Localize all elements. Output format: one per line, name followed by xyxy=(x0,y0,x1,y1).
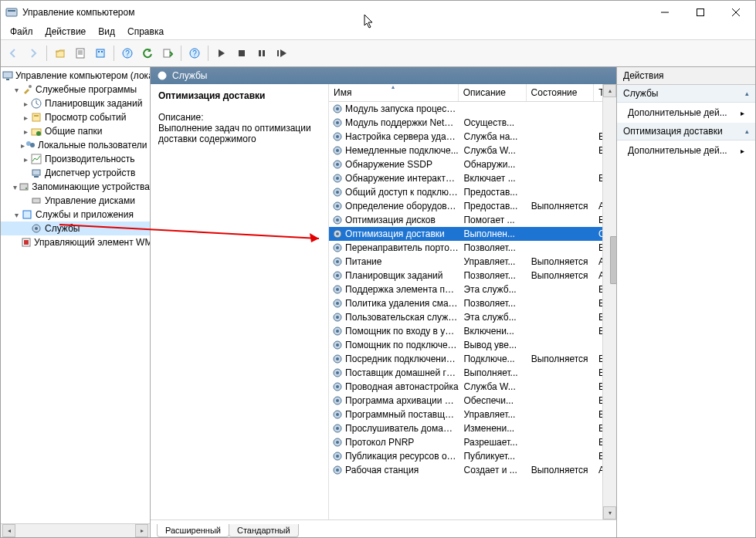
list-vscrollbar[interactable]: ▴ ▾ xyxy=(602,84,616,519)
svg-point-32 xyxy=(30,143,35,147)
col-state[interactable]: Состояние xyxy=(527,84,595,101)
menu-view[interactable]: Вид xyxy=(92,25,121,39)
menu-help[interactable]: Справка xyxy=(121,25,170,39)
tree-wmi-control[interactable]: Управляющий элемент WM xyxy=(1,235,150,249)
gear-icon xyxy=(331,422,343,435)
menu-action[interactable]: Действие xyxy=(39,25,93,39)
service-row[interactable]: Планировщик заданийПозволяет...Выполняет… xyxy=(329,269,616,283)
cell-desc: Обеспечи... xyxy=(463,395,531,406)
service-row[interactable]: Общий доступ к подключ...Предостав... xyxy=(329,185,616,199)
tb-help2-button[interactable]: ? xyxy=(185,44,204,63)
service-row[interactable]: ПитаниеУправляет...ВыполняетсяА xyxy=(329,255,616,269)
tree-system-tools[interactable]: ▾ Служебные программы xyxy=(1,83,150,96)
tree-device-manager[interactable]: Диспетчер устройств xyxy=(1,166,150,180)
gear-icon xyxy=(331,408,343,421)
cell-name: Проводная автонастройка xyxy=(345,381,463,392)
tree-event-viewer[interactable]: ▸ Просмотр событий xyxy=(1,110,150,124)
tree-performance[interactable]: ▸ Производительность xyxy=(1,152,150,166)
tb-refresh-button[interactable] xyxy=(138,44,157,63)
menu-file[interactable]: Файл xyxy=(4,25,39,39)
tree-storage[interactable]: ▾ Запоминающие устройства xyxy=(1,180,150,194)
gear-icon xyxy=(331,464,343,476)
service-row[interactable]: Перенаправитель портов ...Позволяет...Вр xyxy=(329,241,616,255)
svg-point-99 xyxy=(336,469,339,472)
service-row[interactable]: Пользовательская служба...Эта служб...Вр xyxy=(329,310,616,324)
tree-local-users[interactable]: ▸ Локальные пользователи и xyxy=(1,138,150,152)
service-row[interactable]: Помощник по входу в уче...Включени...Вр xyxy=(329,324,616,338)
service-row[interactable]: Программный поставщик...Управляет...Вр xyxy=(329,408,616,421)
tree-disk-mgmt[interactable]: Управление дисками xyxy=(1,194,150,208)
service-row[interactable]: Проводная автонастройкаСлужба W...Вр xyxy=(329,380,616,394)
tree-label: Планировщик заданий xyxy=(45,98,142,109)
tab-standard[interactable]: Стандартный xyxy=(229,524,299,537)
service-row[interactable]: Настройка сервера удален...Служба на...В… xyxy=(329,130,616,144)
tb-properties-button[interactable] xyxy=(71,44,90,63)
action-more-1[interactable]: Дополнительные дей...▸ xyxy=(617,103,755,123)
tb-pause-button[interactable] xyxy=(253,44,271,63)
tb-play-button[interactable] xyxy=(212,44,231,63)
svg-rect-39 xyxy=(23,211,31,218)
tb-forward-button[interactable] xyxy=(24,44,42,63)
svg-point-97 xyxy=(336,455,339,458)
tree-root[interactable]: Управление компьютером (локаль xyxy=(1,69,150,83)
service-row[interactable]: Обнаружение SSDPОбнаружи... xyxy=(329,157,616,171)
actions-pane: Действия Службы▴ Дополнительные дей...▸ … xyxy=(616,67,755,537)
nav-tree[interactable]: Управление компьютером (локаль ▾ Служебн… xyxy=(1,67,150,523)
tree-hscrollbar[interactable]: ◂ ▸ xyxy=(1,523,150,537)
service-row[interactable]: Определение оборудован...Предостав...Вып… xyxy=(329,199,616,213)
service-row[interactable]: Политика удаления смарт...Позволяет...Вр xyxy=(329,296,616,310)
actions-section-services[interactable]: Службы▴ xyxy=(617,85,755,103)
tb-separator xyxy=(114,46,114,61)
service-row[interactable]: Обнаружение интерактив...Включает ...Вр xyxy=(329,171,616,185)
scroll-right-icon[interactable]: ▸ xyxy=(135,524,148,537)
service-row[interactable]: Программа архивации да...Обеспечи...Вр xyxy=(329,394,616,408)
service-row[interactable]: Немедленные подключе...Служба W...Вр xyxy=(329,144,616,157)
tb-back-button[interactable] xyxy=(4,44,22,63)
tree-services-apps[interactable]: ▾ Службы и приложения xyxy=(1,208,150,222)
tb-stop-button[interactable] xyxy=(232,44,251,63)
tb-help-button[interactable]: ? xyxy=(118,44,137,63)
service-row[interactable]: Модуль запуска процессо... xyxy=(329,102,616,116)
tb-export-button[interactable] xyxy=(91,44,110,63)
col-name[interactable]: ▴Имя xyxy=(329,84,459,101)
service-row[interactable]: Прослушиватель домашн...Изменени...Вр xyxy=(329,421,616,435)
detail-desc-text: Выполнение задач по оптимизации доставки… xyxy=(158,123,320,144)
cell-desc: Служба W... xyxy=(463,145,531,156)
service-row[interactable]: Публикация ресурсов об...Публикует...Вр xyxy=(329,449,616,463)
tree-task-scheduler[interactable]: ▸ Планировщик заданий xyxy=(1,96,150,110)
service-row[interactable]: Оптимизация доставкиВыполнен...О xyxy=(329,227,616,241)
cell-desc: Помогает ... xyxy=(463,215,531,225)
service-row[interactable]: Рабочая станцияСоздает и ...ВыполняетсяА xyxy=(329,463,616,477)
service-row[interactable]: Поставщик домашней гру...Выполняет...Вр xyxy=(329,366,616,380)
scroll-down-icon[interactable]: ▾ xyxy=(603,506,616,519)
tb-restart-button[interactable] xyxy=(273,44,291,63)
tree-shared-folders[interactable]: ▸ Общие папки xyxy=(1,124,150,138)
service-row[interactable]: Протокол PNRPРазрешает...Вр xyxy=(329,435,616,449)
banner-title: Службы xyxy=(172,70,207,81)
service-row[interactable]: Помощник по подключен...Вывод уве... xyxy=(329,338,616,352)
cell-name: Помощник по входу в уче... xyxy=(345,326,463,337)
service-row[interactable]: Оптимизация дисковПомогает ...Вр xyxy=(329,213,616,227)
scroll-left-icon[interactable]: ◂ xyxy=(2,524,15,537)
service-row[interactable]: Модуль поддержки NetBI...Осуществ... xyxy=(329,116,616,130)
gear-icon xyxy=(331,367,343,379)
list-header[interactable]: ▴Имя Описание Состояние Ти xyxy=(329,84,616,102)
users-icon xyxy=(25,139,36,151)
service-row[interactable]: Посредник подключений ...Подключе...Выпо… xyxy=(329,352,616,366)
scroll-up-icon[interactable]: ▴ xyxy=(603,84,616,97)
list-body[interactable]: Модуль запуска процессо...Модуль поддерж… xyxy=(329,102,616,519)
tb-export-list-button[interactable] xyxy=(158,44,177,63)
maximize-button[interactable] xyxy=(683,1,718,24)
detail-desc-label: Описание: xyxy=(158,112,320,123)
service-row[interactable]: Поддержка элемента пане...Эта служб...Вр xyxy=(329,283,616,296)
close-button[interactable] xyxy=(718,1,754,24)
col-desc[interactable]: Описание xyxy=(459,84,527,101)
actions-section-selected[interactable]: Оптимизация доставки▴ xyxy=(617,123,755,140)
tree-services[interactable]: Службы xyxy=(1,222,150,235)
minimize-button[interactable] xyxy=(647,1,683,24)
tab-extended[interactable]: Расширенный xyxy=(157,524,229,537)
gear-icon xyxy=(331,450,343,462)
action-more-2[interactable]: Дополнительные дей...▸ xyxy=(617,140,755,161)
scroll-thumb[interactable] xyxy=(610,236,617,284)
tb-up-button[interactable] xyxy=(51,44,69,63)
